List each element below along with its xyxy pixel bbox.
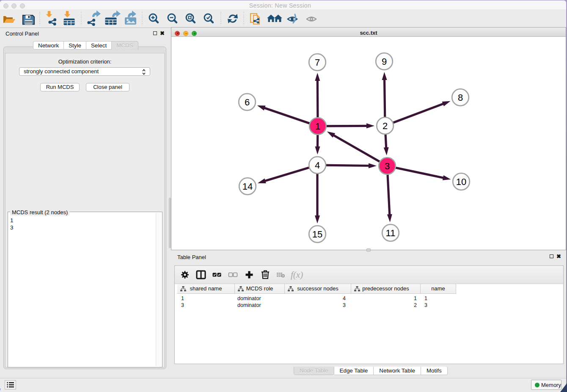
svg-text:1: 1: [315, 121, 320, 132]
svg-text:3: 3: [385, 161, 390, 171]
svg-text:8: 8: [458, 92, 463, 103]
svg-text:9: 9: [382, 56, 387, 67]
svg-text:7: 7: [315, 57, 320, 68]
svg-text:14: 14: [242, 181, 253, 192]
svg-text:10: 10: [456, 177, 466, 187]
svg-text:f(x): f(x): [291, 270, 303, 280]
svg-text:11: 11: [386, 228, 396, 238]
svg-text:4: 4: [315, 160, 320, 171]
svg-text:2: 2: [383, 121, 388, 131]
svg-text:6: 6: [245, 97, 250, 108]
svg-text:15: 15: [312, 229, 322, 240]
